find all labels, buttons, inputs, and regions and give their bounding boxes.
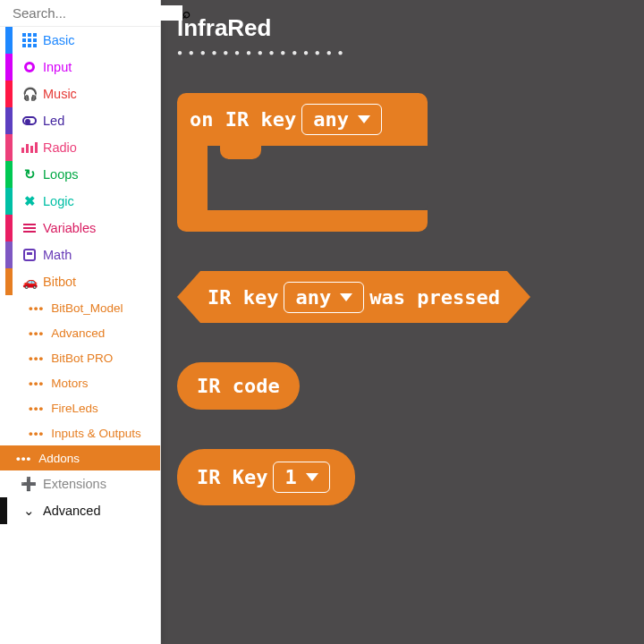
category-logic[interactable]: ✖Logic bbox=[0, 188, 160, 215]
block-ir-key-pressed[interactable]: IR key any was pressed bbox=[177, 271, 628, 323]
block-on-ir-key[interactable]: on IR key any bbox=[177, 93, 428, 232]
category-color-bar bbox=[5, 188, 13, 215]
category-led[interactable]: Led bbox=[0, 107, 160, 134]
loop-icon: ↻ bbox=[21, 167, 38, 182]
category-label: Loops bbox=[43, 167, 160, 182]
ellipsis-icon: ••• bbox=[16, 452, 31, 465]
category-label: Basic bbox=[43, 33, 160, 47]
subitem-motors[interactable]: •••Motors bbox=[0, 370, 160, 395]
ellipsis-icon: ••• bbox=[29, 427, 44, 440]
subitem-label: Advanced bbox=[51, 326, 105, 340]
advanced-item[interactable]: ⌄ Advanced bbox=[0, 497, 160, 524]
category-color-bar bbox=[5, 134, 13, 161]
category-label: Input bbox=[43, 60, 160, 74]
pill2-dropdown[interactable]: 1 bbox=[273, 462, 329, 493]
ellipsis-icon: ••• bbox=[29, 326, 44, 340]
subitem-bitbot-pro[interactable]: •••BitBot PRO bbox=[0, 345, 160, 370]
category-bitbot[interactable]: 🚗Bitbot bbox=[0, 268, 160, 295]
block-ir-code[interactable]: IR code bbox=[177, 362, 300, 410]
category-label: Logic bbox=[43, 194, 160, 208]
category-basic[interactable]: Basic bbox=[0, 27, 160, 54]
category-music[interactable]: 🎧Music bbox=[0, 80, 160, 107]
category-color-bar bbox=[5, 54, 13, 80]
grid-icon bbox=[21, 33, 38, 47]
subitem-label: Motors bbox=[51, 377, 88, 390]
hat-dropdown[interactable]: any bbox=[301, 104, 382, 135]
category-label: Music bbox=[43, 87, 160, 101]
subitem-label: BitBot PRO bbox=[51, 352, 113, 365]
bitbot-submenu: •••BitBot_Model•••Advanced•••BitBot PRO•… bbox=[0, 295, 160, 470]
block-ir-key-value[interactable]: IR Key 1 bbox=[177, 449, 355, 505]
extensions-item[interactable]: ➕ Extensions bbox=[0, 470, 160, 497]
category-label: Radio bbox=[43, 140, 160, 155]
subitem-advanced[interactable]: •••Advanced bbox=[0, 320, 160, 345]
ellipsis-icon: ••• bbox=[29, 352, 44, 365]
category-label: Bitbot bbox=[43, 275, 160, 289]
calc-icon bbox=[21, 249, 38, 261]
hex-dropdown[interactable]: any bbox=[284, 282, 364, 313]
subitem-fireleds[interactable]: •••FireLeds bbox=[0, 395, 160, 420]
subitem-label: BitBot_Model bbox=[51, 301, 123, 315]
canvas-title: InfraRed bbox=[177, 14, 628, 42]
subitem-label: FireLeds bbox=[51, 402, 98, 415]
block-canvas[interactable]: InfraRed ● ● ● ● ● ● ● ● ● ● ● ● ● ● ● o… bbox=[161, 0, 644, 644]
category-label: Led bbox=[43, 114, 160, 128]
pill2-dropdown-value: 1 bbox=[284, 466, 296, 488]
category-color-bar bbox=[5, 27, 13, 54]
ellipsis-icon: ••• bbox=[29, 402, 44, 415]
chevron-down-icon: ⌄ bbox=[20, 504, 38, 518]
hat-body-slot[interactable] bbox=[208, 146, 428, 210]
bars-icon bbox=[21, 142, 38, 153]
category-color-bar bbox=[5, 215, 13, 242]
category-color-bar bbox=[5, 242, 13, 268]
category-list: BasicInput🎧MusicLedRadio↻Loops✖LogicVari… bbox=[0, 27, 160, 295]
advanced-label: Advanced bbox=[43, 504, 101, 518]
category-loops[interactable]: ↻Loops bbox=[0, 161, 160, 188]
extensions-label: Extensions bbox=[43, 477, 106, 491]
subitem-addons[interactable]: •••Addons bbox=[0, 445, 160, 470]
category-color-bar bbox=[5, 268, 13, 295]
category-variables[interactable]: Variables bbox=[0, 215, 160, 242]
search-input[interactable] bbox=[13, 5, 182, 21]
category-color-bar bbox=[5, 161, 13, 188]
hat-label: on IR key bbox=[190, 108, 296, 131]
pill2-prefix: IR Key bbox=[197, 466, 267, 488]
category-label: Variables bbox=[43, 221, 160, 235]
hex-prefix: IR key bbox=[208, 286, 278, 309]
subitem-label: Addons bbox=[38, 452, 80, 465]
chevron-down-icon bbox=[358, 115, 370, 123]
subitem-inputs-&-outputs[interactable]: •••Inputs & Outputs bbox=[0, 420, 160, 445]
sidebar: ⌕ BasicInput🎧MusicLedRadio↻Loops✖LogicVa… bbox=[0, 0, 161, 644]
category-label: Math bbox=[43, 248, 160, 262]
headphones-icon: 🎧 bbox=[21, 87, 38, 101]
subitem-label: Inputs & Outputs bbox=[51, 427, 141, 440]
plus-icon: ➕ bbox=[20, 477, 38, 492]
chevron-down-icon bbox=[306, 473, 318, 481]
subitem-bitbot_model[interactable]: •••BitBot_Model bbox=[0, 295, 160, 320]
pill1-label: IR code bbox=[197, 375, 280, 397]
ellipsis-icon: ••• bbox=[29, 301, 44, 315]
hat-dropdown-value: any bbox=[313, 108, 349, 131]
category-color-bar bbox=[5, 107, 13, 134]
toggle-icon bbox=[21, 116, 38, 125]
category-radio[interactable]: Radio bbox=[0, 134, 160, 161]
search-row: ⌕ bbox=[0, 0, 160, 27]
category-input[interactable]: Input bbox=[0, 54, 160, 80]
search-icon[interactable]: ⌕ bbox=[182, 5, 191, 21]
car-icon: 🚗 bbox=[21, 275, 38, 289]
donut-icon bbox=[21, 62, 38, 72]
chevron-down-icon bbox=[340, 293, 352, 301]
divider-dots: ● ● ● ● ● ● ● ● ● ● ● ● ● ● ● bbox=[177, 47, 628, 57]
list-icon bbox=[21, 224, 38, 233]
category-math[interactable]: Math bbox=[0, 242, 160, 268]
category-color-bar bbox=[5, 80, 13, 107]
ellipsis-icon: ••• bbox=[29, 377, 44, 390]
shuffle-icon: ✖ bbox=[21, 194, 38, 208]
hex-dropdown-value: any bbox=[295, 286, 331, 309]
hex-suffix: was pressed bbox=[369, 286, 500, 309]
